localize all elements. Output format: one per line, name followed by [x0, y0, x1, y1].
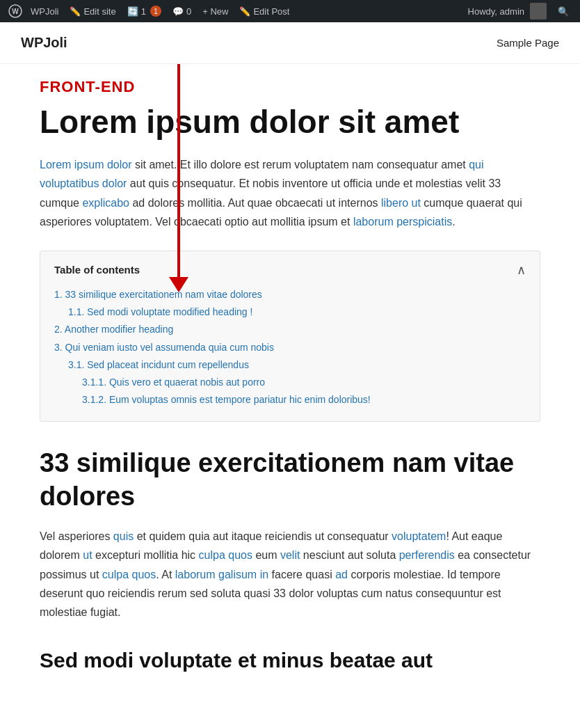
intro-link-qui[interactable]: qui — [469, 159, 483, 171]
messages-icon: 💬 — [172, 6, 184, 17]
s1-link-laborum[interactable]: laborum — [175, 569, 216, 580]
toc-link-3[interactable]: 3. Qui veniam iusto vel assumenda quia c… — [54, 342, 274, 353]
admin-bar-edit-site[interactable]: ✏️ Edit site — [64, 0, 121, 22]
messages-count: 0 — [186, 6, 191, 17]
frontend-label: FRONT-END — [40, 78, 135, 96]
svg-text:W: W — [12, 8, 19, 15]
toc-item-3: 3. Qui veniam iusto vel assumenda quia c… — [54, 339, 526, 356]
admin-bar-new[interactable]: + New — [197, 0, 234, 22]
s1-link-velit[interactable]: velit — [280, 549, 300, 561]
howdy-label: Howdy, admin — [468, 6, 524, 17]
comments-badge: 1 — [150, 6, 161, 17]
comments-icon: 🔄 — [127, 6, 138, 17]
s1-link-in[interactable]: in — [260, 569, 268, 580]
site-header: WPJoli Sample Page — [0, 22, 580, 64]
toc-item-2: 2. Another modifier heading — [54, 321, 526, 338]
intro-link-explicabo[interactable]: explicabo — [82, 197, 129, 209]
admin-bar-edit-post[interactable]: ✏️ Edit Post — [234, 0, 295, 22]
toc-link-1[interactable]: 1. 33 similique exercitationem nam vitae… — [54, 289, 262, 300]
edit-post-icon: ✏️ — [239, 6, 250, 17]
toc-link-3-1-2[interactable]: 3.1.2. Eum voluptas omnis est tempore pa… — [82, 394, 371, 405]
new-label: + New — [202, 6, 228, 17]
s1-link-ad[interactable]: ad — [335, 569, 348, 580]
post-title: Lorem ipsum dolor sit amet — [40, 103, 540, 141]
s1-link-culpa[interactable]: culpa quos — [199, 549, 252, 561]
admin-bar-howdy[interactable]: Howdy, admin — [462, 0, 552, 22]
toc-title: Table of contents — [54, 264, 140, 276]
red-arrow — [177, 64, 180, 280]
admin-bar-comments[interactable]: 🔄 1 1 — [122, 0, 167, 22]
section-1-content: Vel asperiores quis et quidem quia aut i… — [40, 527, 540, 622]
toc-toggle-button[interactable]: ∧ — [517, 262, 526, 278]
s1-link-perferendis[interactable]: perferendis — [399, 549, 455, 561]
s1-link-voluptatem[interactable]: voluptatem — [392, 530, 446, 542]
toc-item-1: 1. 33 similique exercitationem nam vitae… — [54, 286, 526, 303]
site-name-label: WPJoli — [31, 6, 58, 17]
intro-link-lorem[interactable]: Lorem ipsum dolor — [40, 159, 132, 171]
toc-header: Table of contents ∧ — [54, 262, 526, 278]
section-1-heading: 33 similique exercitationem nam vitae do… — [40, 447, 540, 513]
admin-bar-messages[interactable]: 💬 0 — [167, 0, 197, 22]
intro-link-laborum[interactable]: laborum perspiciatis — [353, 216, 452, 228]
s1-link-ut[interactable]: ut — [83, 549, 92, 561]
table-of-contents: Table of contents ∧ 1. 33 similique exer… — [40, 251, 540, 422]
toc-item-3-1-1: 3.1.1. Quis vero et quaerat nobis aut po… — [82, 374, 526, 391]
edit-site-label: Edit site — [83, 6, 115, 17]
section-2-heading: Sed modi voluptate et minus beatae aut — [40, 647, 540, 674]
toc-link-3-1-1[interactable]: 3.1.1. Quis vero et quaerat nobis aut po… — [82, 377, 265, 388]
toc-list: 1. 33 similique exercitationem nam vitae… — [54, 286, 526, 409]
site-nav: Sample Page — [497, 37, 559, 49]
toc-link-1-1[interactable]: 1.1. Sed modi voluptate modified heading… — [68, 306, 252, 317]
admin-bar-site-name[interactable]: WPJoli — [25, 0, 64, 22]
post-intro: Lorem ipsum dolor sit amet. Et illo dolo… — [40, 155, 540, 231]
intro-link-voluptatibus[interactable]: voluptatibus dolor — [40, 177, 127, 189]
s1-link-quis[interactable]: quis — [113, 530, 134, 542]
wp-logo[interactable]: W — [6, 0, 25, 22]
intro-link-libero[interactable]: libero ut — [381, 197, 421, 209]
s1-link-culpa2[interactable]: culpa quos — [102, 569, 156, 580]
toc-item-1-1: 1.1. Sed modi voluptate modified heading… — [68, 303, 526, 321]
site-content: FRONT-END Lorem ipsum dolor sit amet Lor… — [26, 64, 554, 715]
intro-text: Lorem ipsum dolor sit amet. Et illo dolo… — [40, 159, 522, 228]
sample-page-link[interactable]: Sample Page — [497, 37, 559, 49]
s1-link-galisum[interactable]: galisum — [218, 569, 257, 580]
toc-link-3-1[interactable]: 3.1. Sed placeat incidunt cum repellendu… — [68, 359, 249, 370]
toc-item-3-1: 3.1. Sed placeat incidunt cum repellendu… — [68, 356, 526, 374]
toc-link-2[interactable]: 2. Another modifier heading — [54, 324, 173, 335]
edit-site-icon: ✏️ — [70, 6, 81, 17]
admin-avatar — [530, 3, 547, 19]
toc-item-3-1-2: 3.1.2. Eum voluptas omnis est tempore pa… — [82, 391, 526, 409]
comments-count: 1 — [141, 6, 146, 17]
admin-bar-right: Howdy, admin 🔍 — [462, 0, 574, 22]
search-icon: 🔍 — [558, 6, 569, 17]
admin-bar: W WPJoli ✏️ Edit site 🔄 1 1 💬 0 + New ✏️… — [0, 0, 580, 22]
edit-post-label: Edit Post — [253, 6, 289, 17]
admin-bar-search[interactable]: 🔍 — [552, 0, 574, 22]
site-title[interactable]: WPJoli — [21, 35, 67, 51]
